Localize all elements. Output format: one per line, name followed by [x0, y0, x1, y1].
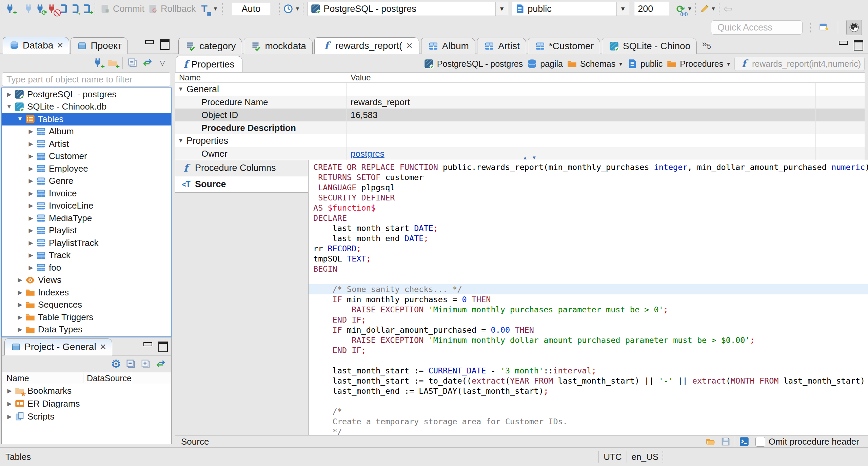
- active-schema-combo[interactable]: public ▼: [512, 2, 629, 16]
- code-line-6[interactable]: DECLARE: [313, 213, 868, 223]
- tree-expand-icon[interactable]: ▶: [26, 128, 36, 135]
- breadcrumb-rewards-report-int4-numeric-[interactable]: frewards_report(int4,numeric): [734, 57, 865, 71]
- group-expand-icon[interactable]: ▼: [175, 137, 186, 144]
- property-row-general[interactable]: ▼General: [175, 83, 865, 96]
- tree-item-postgresql-postgres[interactable]: ▶PostgreSQL - postgres: [2, 88, 171, 101]
- code-line-24[interactable]: [313, 396, 868, 406]
- minimize-icon[interactable]: [144, 39, 155, 47]
- tree-item-customer[interactable]: ▶Customer: [2, 150, 171, 163]
- property-value[interactable]: [347, 134, 816, 147]
- code-line-1[interactable]: CREATE OR REPLACE FUNCTION public.reward…: [313, 162, 868, 172]
- close-icon[interactable]: ✕: [406, 41, 413, 51]
- tree-expand-icon[interactable]: ▶: [4, 91, 14, 98]
- tree-item-genre[interactable]: ▶Genre: [2, 175, 171, 188]
- editor-tab-sqlite-chinoo[interactable]: SQLite - Chinoo: [602, 38, 697, 54]
- view-menu-icon[interactable]: ▽: [157, 57, 168, 69]
- editor-tab-artist[interactable]: Artist: [477, 38, 526, 54]
- link-with-editor-icon[interactable]: [142, 57, 153, 69]
- tree-item-invoiceline[interactable]: ▶InvoiceLine: [2, 200, 171, 212]
- dropdown-arrow-icon[interactable]: ▼: [726, 61, 731, 67]
- code-line-12[interactable]: [313, 274, 868, 284]
- new-folder-icon[interactable]: +: [107, 57, 118, 69]
- property-row-properties[interactable]: ▼Properties: [175, 134, 865, 147]
- tree-item-sequences[interactable]: ▶Sequences: [2, 299, 171, 311]
- minimize-icon[interactable]: [838, 40, 848, 48]
- code-line-23[interactable]: last_month_end := LAST_DAY(last_month_st…: [313, 386, 868, 396]
- editor-tab-overflow[interactable]: »5: [702, 39, 711, 51]
- splitter-arrows[interactable]: ▲ ▼: [519, 155, 540, 160]
- editor-tab--customer[interactable]: *Customer: [528, 38, 600, 54]
- column-name[interactable]: Name: [2, 373, 83, 383]
- status-timezone[interactable]: UTC: [604, 452, 622, 462]
- code-line-7[interactable]: last_month_start DATE;: [313, 223, 868, 233]
- tree-item-track[interactable]: ▶Track: [2, 249, 171, 262]
- tree-item-indexes[interactable]: ▶Indexes: [2, 286, 171, 299]
- breadcrumb-procedures[interactable]: Procedures▼: [666, 58, 731, 70]
- tree-item-foo[interactable]: ▶foo: [2, 261, 171, 274]
- commit-button[interactable]: Commit: [98, 2, 146, 16]
- schema-combo-arrow[interactable]: ▼: [616, 2, 629, 16]
- tree-expand-icon[interactable]: ▶: [4, 413, 15, 420]
- breadcrumb-public[interactable]: public: [627, 58, 663, 70]
- status-locale[interactable]: en_US: [632, 452, 659, 462]
- new-sql-editor-icon[interactable]: +: [80, 3, 92, 15]
- expand-all-icon[interactable]: [140, 358, 152, 370]
- tree-item-table-triggers[interactable]: ▶Table Triggers: [2, 311, 171, 324]
- tab-projects[interactable]: Проект: [71, 37, 127, 54]
- editor-tab-mockdata[interactable]: mockdata: [244, 38, 312, 54]
- load-from-file-icon[interactable]: [705, 436, 716, 447]
- project-item-er-diagrams[interactable]: ▶ER Diagrams: [2, 397, 171, 410]
- code-line-18[interactable]: RAISE EXCEPTION 'Minimum monthly dollar …: [313, 335, 868, 345]
- code-line-13[interactable]: /* Some sanity checks... */: [309, 284, 868, 294]
- code-line-5[interactable]: AS $function$: [313, 203, 868, 213]
- code-line-10[interactable]: tmpSQL TEXT;: [313, 254, 868, 264]
- tree-expand-icon[interactable]: ▶: [15, 301, 25, 308]
- property-value[interactable]: postgres: [347, 147, 816, 160]
- dbeaver-perspective-icon[interactable]: [846, 20, 862, 35]
- subtab-procedure-columns[interactable]: fProcedure Columns: [175, 160, 308, 176]
- object-filter-input[interactable]: Type part of object name to filter: [2, 72, 170, 86]
- property-value[interactable]: rewards_report: [347, 96, 816, 109]
- breadcrumb-schemas[interactable]: Schemas▼: [566, 58, 623, 70]
- collapse-all-icon[interactable]: [127, 57, 138, 69]
- code-line-3[interactable]: LANGUAGE plpgsql: [313, 182, 868, 193]
- tree-expand-icon[interactable]: ▶: [26, 177, 36, 185]
- link-with-editor-icon[interactable]: [155, 358, 166, 370]
- code-line-11[interactable]: BEGIN: [313, 264, 868, 274]
- tree-expand-icon[interactable]: ▼: [15, 116, 25, 122]
- tree-expand-icon[interactable]: ▶: [15, 314, 25, 321]
- tree-item-employee[interactable]: ▶Employee: [2, 162, 171, 175]
- code-line-8[interactable]: last_month_end DATE;: [313, 233, 868, 244]
- editor-tab-rewards-report-[interactable]: frewards_report(✕: [314, 37, 419, 54]
- tree-item-playlisttrack[interactable]: ▶PlaylistTrack: [2, 237, 171, 249]
- code-line-2[interactable]: RETURNS SETOF customer: [313, 172, 868, 182]
- code-line-22[interactable]: last_month_start := to_date((extract(YEA…: [313, 376, 868, 386]
- breadcrumb-pagila[interactable]: pagila: [526, 58, 563, 70]
- transaction-mode-button[interactable]: T▦ ▼: [197, 2, 220, 16]
- fetch-size-input[interactable]: 200: [634, 2, 669, 16]
- code-line-27[interactable]: */: [313, 427, 868, 435]
- code-line-4[interactable]: SECURITY DEFINER: [313, 193, 868, 203]
- breadcrumb-postgresql-postgres[interactable]: PostgreSQL - postgres: [423, 58, 523, 70]
- auto-commit-combo[interactable]: Auto: [225, 2, 276, 16]
- transaction-log-icon[interactable]: [282, 3, 294, 15]
- code-line-15[interactable]: RAISE EXCEPTION 'Minimum monthly purchas…: [313, 305, 868, 315]
- code-line-20[interactable]: [313, 355, 868, 366]
- code-line-16[interactable]: END IF;: [313, 315, 868, 325]
- persist-console-icon[interactable]: [738, 436, 750, 447]
- tree-expand-icon[interactable]: ▶: [26, 140, 36, 148]
- reconnect-icon[interactable]: ⟳: [34, 3, 46, 15]
- dropdown-arrow-icon[interactable]: ▼: [687, 6, 692, 12]
- dropdown-arrow-icon[interactable]: ▼: [295, 6, 300, 12]
- editor-tab-category[interactable]: category: [178, 38, 242, 54]
- dropdown-arrow-icon[interactable]: ▼: [618, 61, 623, 67]
- disconnect-icon[interactable]: ⃠: [46, 3, 57, 15]
- tree-item-invoice[interactable]: ▶Invoice: [2, 187, 171, 200]
- column-datasource[interactable]: DataSource: [83, 373, 131, 383]
- open-sql-script-icon[interactable]: →: [69, 3, 80, 15]
- code-line-19[interactable]: END IF;: [313, 345, 868, 355]
- tree-expand-icon[interactable]: ▶: [26, 264, 36, 271]
- close-icon[interactable]: ✕: [100, 342, 106, 352]
- new-connection-icon[interactable]: +: [92, 57, 103, 69]
- minimize-icon[interactable]: [143, 342, 153, 350]
